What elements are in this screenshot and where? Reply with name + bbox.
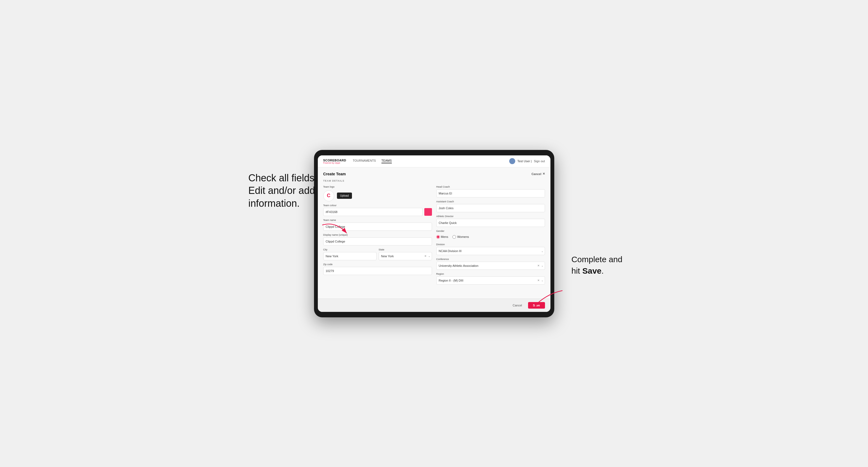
annotation-right-bold: Save xyxy=(582,266,601,275)
assistant-coach-input[interactable] xyxy=(436,204,545,212)
division-group: Division NCAA Division III NCAA Division… xyxy=(436,243,545,255)
division-label: Division xyxy=(436,243,545,246)
gender-mens-label: Mens xyxy=(441,235,448,239)
team-logo-group: Team logo C Upload xyxy=(323,185,432,201)
logo-area: C Upload xyxy=(323,190,432,201)
gender-label: Gender xyxy=(436,230,545,232)
city-input[interactable] xyxy=(323,252,376,260)
annotation-line1: Check all fields. xyxy=(248,172,317,184)
main-content: Create Team Cancel ✕ TEAM DETAILS Team l… xyxy=(318,167,551,299)
nav-user: Test User | Sign out xyxy=(509,158,545,164)
navbar: SCOREBOARD Powered by clippd TOURNAMENTS… xyxy=(318,155,551,167)
division-select[interactable]: NCAA Division III NCAA Division II NCAA … xyxy=(436,247,545,255)
color-row xyxy=(323,208,432,216)
region-select-wrapper: Region II - (M) DIII ✕ ⌄ xyxy=(436,276,545,285)
annotation-line2: Edit and/or add xyxy=(248,185,315,196)
gender-womens-option[interactable]: Womens xyxy=(453,235,469,239)
state-label: State xyxy=(379,248,432,251)
conference-select[interactable]: University Athletic Association xyxy=(436,261,545,270)
nav-teams[interactable]: TEAMS xyxy=(381,159,392,163)
tablet-screen: SCOREBOARD Powered by clippd TOURNAMENTS… xyxy=(318,155,551,312)
arrow-right xyxy=(535,288,565,307)
footer-cancel-button[interactable]: Cancel xyxy=(509,302,525,309)
assistant-coach-group: Assistant Coach xyxy=(436,200,545,212)
region-group: Region Region II - (M) DIII ✕ ⌄ xyxy=(436,273,545,285)
color-swatch[interactable] xyxy=(424,208,432,216)
zip-group: Zip code xyxy=(323,263,432,275)
head-coach-input[interactable] xyxy=(436,189,545,197)
nav-tournaments[interactable]: TOURNAMENTS xyxy=(353,159,376,163)
team-colour-group: Team colour xyxy=(323,204,432,216)
region-select[interactable]: Region II - (M) DIII xyxy=(436,276,545,285)
brand-sub: Powered by clippd xyxy=(323,162,346,164)
conference-group: Conference University Athletic Associati… xyxy=(436,258,545,270)
close-icon: ✕ xyxy=(542,172,545,176)
city-group: City xyxy=(323,248,376,260)
assistant-coach-label: Assistant Coach xyxy=(436,200,545,203)
nav-links: TOURNAMENTS TEAMS xyxy=(353,159,509,163)
city-state-row: City State New York ✕ xyxy=(323,248,432,260)
upload-button[interactable]: Upload xyxy=(337,192,352,199)
gender-mens-option[interactable]: Mens xyxy=(436,235,448,239)
annotation-line3: information. xyxy=(248,198,300,209)
conference-clear-icon[interactable]: ✕ xyxy=(537,264,539,267)
tablet-frame: SCOREBOARD Powered by clippd TOURNAMENTS… xyxy=(314,150,554,317)
city-state-group: City State New York ✕ xyxy=(323,248,432,260)
division-select-wrapper: NCAA Division III NCAA Division II NCAA … xyxy=(436,247,545,255)
brand-title: SCOREBOARD xyxy=(323,159,346,162)
zip-input[interactable] xyxy=(323,267,432,275)
annotation-right: Complete and hit Save. xyxy=(571,254,623,277)
team-colour-label: Team colour xyxy=(323,204,432,207)
city-label: City xyxy=(323,248,376,251)
user-name: Test User | xyxy=(518,159,532,163)
brand: SCOREBOARD Powered by clippd xyxy=(323,159,346,164)
annotation-right-line3: . xyxy=(601,266,604,275)
page-title-row: Create Team Cancel ✕ xyxy=(323,172,545,176)
form-right: Head Coach Assistant Coach Athletic Dire… xyxy=(436,185,545,285)
annotation-right-line2: hit xyxy=(571,266,582,275)
form-footer: Cancel Save xyxy=(318,299,551,312)
logo-letter: C xyxy=(327,193,330,198)
team-colour-input[interactable] xyxy=(323,208,423,216)
cancel-top-label: Cancel xyxy=(531,172,541,176)
logo-circle: C xyxy=(323,190,334,201)
state-select-wrapper: New York ✕ ⌄ xyxy=(379,252,432,260)
state-group: State New York ✕ ⌄ xyxy=(379,248,432,260)
head-coach-group: Head Coach xyxy=(436,185,545,197)
page-title: Create Team xyxy=(323,172,346,176)
section-label: TEAM DETAILS xyxy=(323,180,545,182)
gender-radio-group: Mens Womens xyxy=(436,234,545,240)
zip-label: Zip code xyxy=(323,263,432,266)
annotation-right-line1: Complete and xyxy=(571,255,623,264)
team-logo-label: Team logo xyxy=(323,185,432,188)
form-grid: Team logo C Upload Team colour xyxy=(323,185,545,285)
cancel-top-button[interactable]: Cancel ✕ xyxy=(531,172,545,176)
athletic-director-group: Athletic Director xyxy=(436,215,545,227)
region-label: Region xyxy=(436,273,545,275)
gender-mens-radio[interactable] xyxy=(436,235,440,239)
conference-label: Conference xyxy=(436,258,545,260)
arrow-left xyxy=(319,220,349,239)
state-clear-icon[interactable]: ✕ xyxy=(424,254,427,257)
annotation-left: Check all fields. Edit and/or add inform… xyxy=(248,172,317,210)
gender-group: Gender Mens Womens xyxy=(436,230,545,240)
region-clear-icon[interactable]: ✕ xyxy=(537,279,539,282)
conference-select-wrapper: University Athletic Association ✕ ⌄ xyxy=(436,261,545,270)
gender-womens-label: Womens xyxy=(457,235,469,239)
sign-out-link[interactable]: Sign out xyxy=(534,159,545,163)
user-avatar xyxy=(509,158,515,164)
state-select[interactable]: New York xyxy=(379,252,432,260)
athletic-director-input[interactable] xyxy=(436,219,545,227)
gender-womens-radio[interactable] xyxy=(453,235,456,239)
head-coach-label: Head Coach xyxy=(436,185,545,188)
athletic-director-label: Athletic Director xyxy=(436,215,545,218)
